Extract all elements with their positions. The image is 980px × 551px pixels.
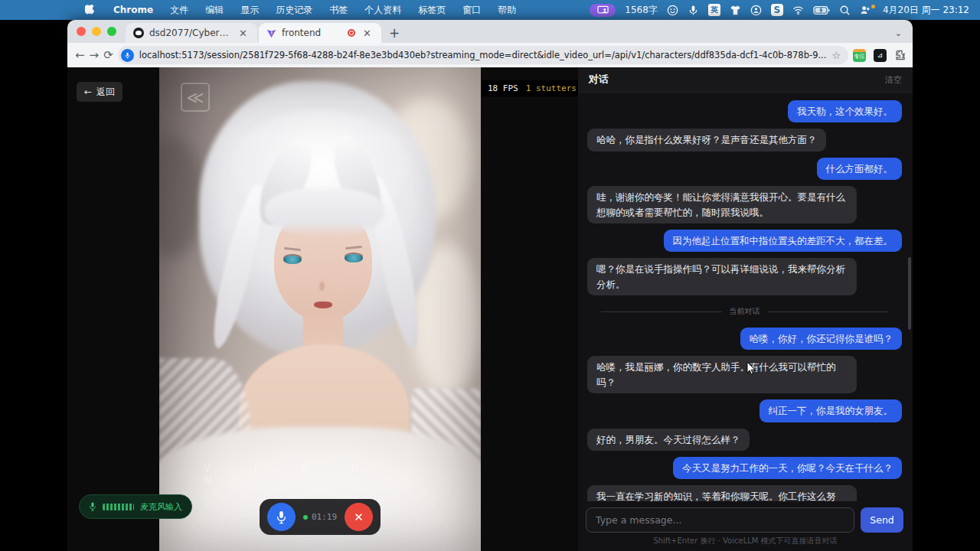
chat-message-user: 今天又是努力工作的一天，你呢？今天在干什么？ <box>673 457 902 479</box>
back-arrow-icon: ← <box>84 86 92 97</box>
chat-message-bot: 我一直在学习新的知识，等着和你聊天呢。你工作这么努力，要注意休息哦。 <box>587 485 857 501</box>
mic-level-bars <box>103 504 134 510</box>
notification-dot <box>871 5 875 8</box>
menu-window[interactable]: 窗口 <box>454 0 489 20</box>
menubar-clock[interactable]: 4月20日 周一 23:12 <box>883 4 969 17</box>
address-bar[interactable]: localhost:5173/session/2581f729-5f68-428… <box>118 46 848 64</box>
menu-chrome[interactable]: Chrome <box>105 0 162 20</box>
back-button-label: 返回 <box>96 86 115 99</box>
chat-message-user: 什么方面都好。 <box>817 158 903 180</box>
call-controls: 01:19 ✕ <box>260 499 381 535</box>
menu-tabs[interactable]: 标签页 <box>410 0 454 20</box>
chat-message-user: 哈喽，你好，你还记得你是谁吗？ <box>740 328 903 350</box>
github-favicon <box>133 28 144 38</box>
close-window-button[interactable] <box>77 27 86 36</box>
menu-edit[interactable]: 编辑 <box>197 0 232 20</box>
site-mic-permission-icon[interactable] <box>121 49 134 62</box>
input-method-indicator[interactable]: 英 <box>708 4 720 16</box>
chat-message-user: 因为他起止位置和中指位置头的差距不大，都在差。 <box>664 230 903 252</box>
extensions-puzzle-icon[interactable] <box>894 49 906 61</box>
input-hint: Shift+Enter 换行 · VoiceLLM 模式下可直接语音对话 <box>578 536 913 551</box>
end-call-button[interactable]: ✕ <box>345 503 373 531</box>
mic-input-pill[interactable]: 麦克风输入 <box>79 494 192 519</box>
menu-view[interactable]: 显示 <box>232 0 267 20</box>
battery-icon[interactable] <box>813 5 830 16</box>
fast-user-switch-icon[interactable] <box>860 5 874 16</box>
browser-toolbar: ← → ⟳ localhost:5173/session/2581f729-5f… <box>67 43 913 67</box>
tab-title: frontend <box>282 28 342 38</box>
spotlight-search-icon[interactable] <box>839 5 851 16</box>
word-count-status[interactable]: 1568字 <box>625 4 658 17</box>
menu-history[interactable]: 历史记录 <box>267 0 321 20</box>
new-tab-button[interactable]: + <box>381 25 407 43</box>
menu-profiles[interactable]: 个人资料 <box>356 0 410 20</box>
extensions-area: 专注 ⊿ 书哲 ⋮ <box>853 47 913 63</box>
wifi-icon[interactable] <box>792 5 804 16</box>
tab-strip: dsd2077/CyberVerse: CyberVe… ✕ frontend … <box>67 20 913 43</box>
apple-menu[interactable] <box>77 0 105 20</box>
microphone-status-icon[interactable] <box>688 5 699 16</box>
app-content: V I S O N ≪ ← 返回 18 FPS 1 stutters 麦克风输入 <box>67 67 913 551</box>
mouse-cursor <box>746 361 756 376</box>
focus-extension-icon[interactable]: 专注 <box>853 49 866 62</box>
tab-frontend[interactable]: frontend ✕ <box>259 23 381 43</box>
fps-value: 18 FPS <box>488 83 518 93</box>
menu-help[interactable]: 帮助 <box>489 0 524 20</box>
stutters-value: 1 stutters <box>526 83 577 93</box>
call-mic-button[interactable] <box>267 503 296 531</box>
macos-menubar: Chrome 文件 编辑 显示 历史记录 书签 个人资料 标签页 窗口 帮助 1… <box>0 0 980 20</box>
mic-level-icon <box>89 501 96 512</box>
zoom-window-button[interactable] <box>107 27 116 36</box>
chat-message-bot: 嗯？你是在说手指操作吗？可以再详细说说，我来帮你分析分析。 <box>587 258 857 295</box>
chat-message-bot: 哈喽，我是丽娜，你的数字人助手。有什么我可以帮忙的吗？ <box>587 356 857 393</box>
shirt-status-icon[interactable] <box>730 5 741 16</box>
chat-input-row: Send <box>578 501 913 536</box>
apple-icon <box>85 5 95 16</box>
chat-scrollbar[interactable] <box>908 257 911 330</box>
clear-chat-button[interactable]: 清空 <box>885 74 902 86</box>
tab-title: dsd2077/CyberVerse: CyberVe… <box>149 28 231 38</box>
tab-github[interactable]: dsd2077/CyberVerse: CyberVe… ✕ <box>126 23 257 43</box>
forward-nav-button[interactable]: → <box>90 46 100 64</box>
send-button[interactable]: Send <box>861 507 903 533</box>
back-nav-button[interactable]: ← <box>75 46 85 64</box>
fps-counter: 18 FPS 1 stutters <box>482 80 583 96</box>
chrome-window: dsd2077/CyberVerse: CyberVe… ✕ frontend … <box>67 20 913 551</box>
url-text[interactable]: localhost:5173/session/2581f729-5f68-428… <box>139 50 827 60</box>
chat-message-bot: 哇，谢谢你的夸奖！能让你觉得满意我很开心。要是有什么想聊的或者需要帮忙的，随时跟… <box>587 186 857 223</box>
minimize-window-button[interactable] <box>92 27 101 36</box>
tab-close-icon[interactable]: ✕ <box>361 28 374 39</box>
s-app-status-icon[interactable]: S <box>771 4 783 16</box>
smiley-status-icon[interactable] <box>667 5 678 16</box>
message-list[interactable]: 我天勒，这个效果好。哈哈，你是指什么效果好呀？是声音还是其他方面？什么方面都好。… <box>578 93 913 501</box>
reload-button[interactable]: ⟳ <box>103 46 113 64</box>
message-input[interactable] <box>586 507 854 533</box>
chat-message-user: 纠正一下，你是我的女朋友。 <box>760 399 903 422</box>
character-video: V I S O N ≪ <box>159 67 481 551</box>
chat-message-bot: 好的，男朋友。今天过得怎么样？ <box>587 429 750 451</box>
chat-message-bot: 哈哈，你是指什么效果好呀？是声音还是其他方面？ <box>587 129 826 151</box>
live-dot-icon <box>303 515 308 520</box>
screen-share-icon <box>597 5 609 16</box>
call-timer: 01:19 <box>303 512 337 522</box>
vite-favicon <box>266 28 276 38</box>
mic-input-label: 麦克风输入 <box>140 501 182 513</box>
screen-sharing-indicator[interactable] <box>590 4 616 17</box>
dark-extension-icon[interactable]: ⊿ <box>874 49 887 62</box>
tab-close-icon[interactable]: ✕ <box>237 28 250 39</box>
call-timer-value: 01:19 <box>312 512 337 522</box>
chat-title: 对话 <box>589 73 609 86</box>
tab-recording-indicator <box>348 29 355 37</box>
chat-panel: 对话 清空 我天勒，这个效果好。哈哈，你是指什么效果好呀？是声音还是其他方面？什… <box>578 67 913 551</box>
call-mic-icon <box>276 510 287 524</box>
menu-file[interactable]: 文件 <box>162 0 197 20</box>
window-controls <box>67 20 126 43</box>
user-clock-status-icon[interactable] <box>750 5 762 16</box>
session-divider: 当前对话 <box>601 306 888 317</box>
chat-message-user: 我天勒，这个效果好。 <box>788 100 902 122</box>
chat-header: 对话 清空 <box>578 67 913 93</box>
back-button[interactable]: ← 返回 <box>77 82 122 102</box>
bookmark-star-icon[interactable]: ☆ <box>831 50 841 61</box>
menu-bookmarks[interactable]: 书签 <box>321 0 356 20</box>
tab-search-chevron-icon[interactable]: ⌄ <box>895 28 913 43</box>
